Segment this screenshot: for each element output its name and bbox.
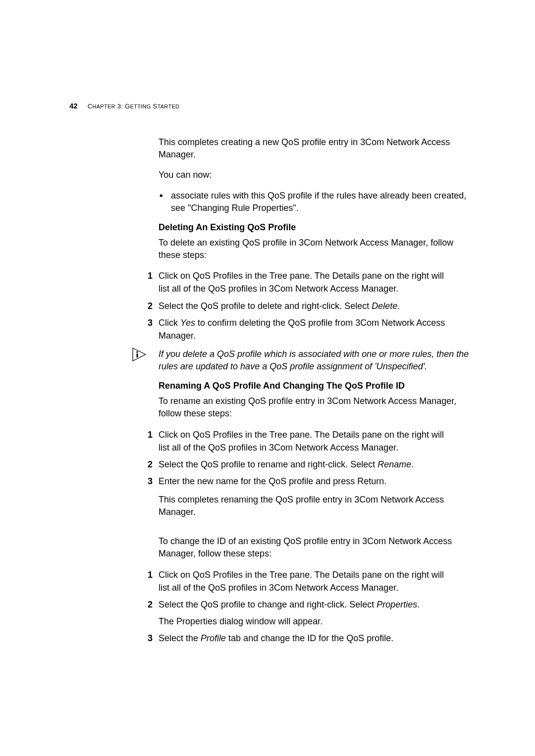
list-item: 2Select the QoS profile to rename and ri…: [148, 458, 476, 471]
step-text: Click Yes to confirm deleting the QoS pr…: [159, 318, 445, 328]
info-note: If you delete a QoS profile which is ass…: [159, 348, 476, 373]
chapter-title: CHAPTER 3: GETTING STARTED: [88, 102, 180, 110]
step-text: Click on QoS Profiles in the Tree pane. …: [159, 430, 444, 440]
list-item: 2Select the QoS profile to delete and ri…: [148, 300, 476, 312]
page-header: 42 CHAPTER 3: GETTING STARTED: [69, 101, 179, 110]
step-text: Select the QoS profile to rename and rig…: [159, 459, 414, 469]
step-number: 3: [148, 632, 159, 645]
step-text: Select the QoS profile to delete and rig…: [159, 301, 400, 311]
step-text-cont: list all of the QoS profiles in 3Com Net…: [159, 581, 476, 594]
step-number: 3: [148, 475, 159, 488]
step-number: 2: [148, 300, 159, 312]
list-item: 1Click on QoS Profiles in the Tree pane.…: [148, 428, 476, 454]
step-number: 1: [148, 269, 159, 282]
step-text: Select the Profile tab and change the ID…: [159, 633, 393, 643]
rename-intro: To rename an existing QoS profile entry …: [159, 395, 476, 420]
step-text-cont: Manager.: [159, 329, 476, 342]
intro-bullets: associate rules with this QoS profile if…: [159, 190, 476, 214]
heading-deleting: Deleting An Existing QoS Profile: [159, 222, 476, 233]
step-number: 1: [148, 568, 159, 581]
rename-complete: This completes renaming the QoS profile …: [159, 494, 476, 518]
list-item: 2Select the QoS profile to change and ri…: [148, 598, 476, 628]
intro-paragraph-1: This completes creating a new QoS profil…: [159, 136, 476, 161]
info-icon: [131, 347, 148, 362]
delete-steps: 1Click on QoS Profiles in the Tree pane.…: [159, 269, 476, 342]
step-text: Select the QoS profile to change and rig…: [159, 600, 420, 609]
step-number: 2: [148, 458, 159, 471]
changeid-steps: 1Click on QoS Profiles in the Tree pane.…: [159, 568, 476, 645]
list-item: 1Click on QoS Profiles in the Tree pane.…: [148, 269, 476, 295]
step-text-cont: The Properties dialog window will appear…: [159, 615, 476, 628]
info-text: If you delete a QoS profile which is ass…: [159, 348, 476, 373]
step-text-cont: list all of the QoS profiles in 3Com Net…: [159, 441, 476, 454]
list-item: 3Select the Profile tab and change the I…: [148, 632, 476, 645]
step-text: Click on QoS Profiles in the Tree pane. …: [159, 271, 444, 281]
intro-paragraph-2: You can now:: [159, 169, 476, 181]
rename-steps-1: 1Click on QoS Profiles in the Tree pane.…: [159, 428, 476, 488]
step-number: 2: [148, 598, 159, 611]
heading-renaming: Renaming A QoS Profile And Changing The …: [159, 381, 476, 391]
step-number: 3: [148, 316, 159, 329]
svg-rect-1: [137, 353, 138, 357]
page-number: 42: [69, 101, 78, 110]
delete-intro: To delete an existing QoS profile in 3Co…: [159, 237, 476, 261]
list-item: 3Enter the new name for the QoS profile …: [148, 475, 476, 488]
step-number: 1: [148, 428, 159, 441]
main-content: This completes creating a new QoS profil…: [159, 136, 476, 645]
list-item: associate rules with this QoS profile if…: [159, 190, 476, 214]
step-text: Enter the new name for the QoS profile a…: [159, 476, 386, 486]
svg-point-0: [136, 351, 138, 353]
changeid-intro: To change the ID of an existing QoS prof…: [159, 535, 476, 560]
list-item: 3Click Yes to confirm deleting the QoS p…: [148, 316, 476, 342]
list-item: 1Click on QoS Profiles in the Tree pane.…: [148, 568, 476, 594]
step-text: Click on QoS Profiles in the Tree pane. …: [159, 570, 444, 580]
step-text-cont: list all of the QoS profiles in 3Com Net…: [159, 282, 476, 295]
